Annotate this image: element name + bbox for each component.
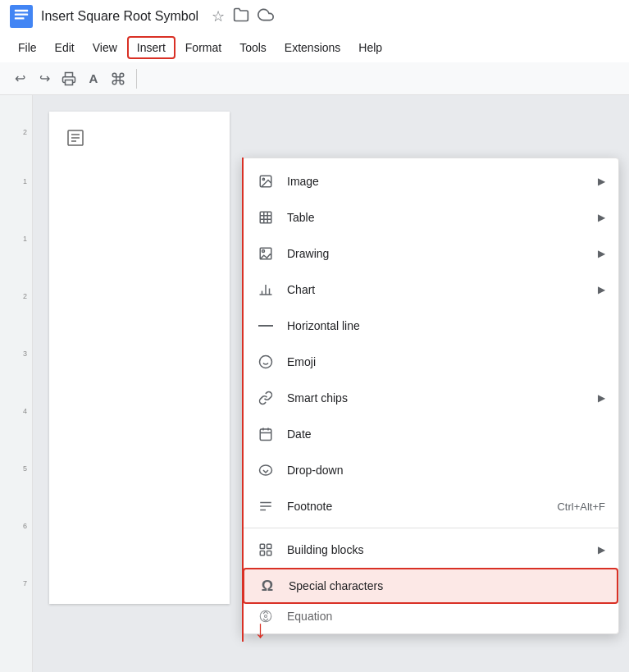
cloud-icon: [258, 7, 274, 26]
chart-icon: [256, 280, 276, 299]
folder-icon[interactable]: [233, 7, 249, 26]
toolbar: ↩ ↪ A: [0, 62, 629, 95]
smart-chips-label: Smart chips: [287, 391, 591, 405]
chart-arrow: ▶: [598, 284, 605, 295]
ruler-mark-1b: 1: [23, 235, 27, 243]
app-logo: [10, 5, 33, 28]
special-characters-label: Special characters: [289, 579, 604, 592]
image-arrow: ▶: [598, 176, 605, 187]
building-blocks-arrow: ▶: [598, 544, 605, 555]
undo-button[interactable]: ↩: [10, 69, 30, 89]
svg-rect-36: [260, 551, 264, 555]
building-blocks-icon: [256, 540, 276, 560]
dropdown-menu: Image ▶ Table ▶: [242, 158, 619, 634]
footnote-label: Footnote: [287, 500, 557, 513]
menu-insert[interactable]: Insert: [127, 36, 175, 59]
footnote-icon: [256, 496, 276, 516]
horizontal-line-label: Horizontal line: [287, 319, 605, 332]
toc-icon: [66, 128, 85, 152]
menu-view[interactable]: View: [84, 38, 125, 57]
menu-file[interactable]: File: [10, 38, 45, 57]
doc-title: Insert Square Root Symbol: [41, 9, 198, 24]
svg-rect-4: [66, 80, 73, 85]
ruler-mark-2a: 2: [23, 128, 27, 136]
chart-label: Chart: [287, 283, 591, 296]
table-label: Table: [287, 211, 591, 224]
svg-point-30: [260, 465, 272, 475]
footnote-shortcut: Ctrl+Alt+F: [557, 501, 605, 513]
svg-rect-34: [260, 544, 264, 548]
equation-label: Equation: [287, 610, 605, 623]
menu-format[interactable]: Format: [177, 38, 230, 57]
drop-down-label: Drop-down: [287, 464, 605, 477]
menu-divider: [243, 528, 618, 528]
menu-option-special-characters[interactable]: Ω Special characters: [243, 568, 618, 604]
svg-point-17: [262, 250, 265, 253]
ruler-mark-2b: 2: [23, 292, 27, 300]
svg-rect-11: [260, 212, 271, 223]
menu-option-emoji[interactable]: Emoji: [243, 344, 618, 380]
svg-rect-2: [15, 14, 28, 16]
menu-tools[interactable]: Tools: [231, 38, 275, 57]
svg-rect-0: [10, 5, 33, 28]
table-icon: [256, 208, 276, 227]
date-label: Date: [287, 427, 605, 441]
image-label: Image: [287, 175, 591, 188]
menu-option-smart-chips[interactable]: Smart chips ▶: [243, 380, 618, 416]
svg-rect-35: [267, 544, 271, 548]
svg-rect-3: [15, 17, 25, 19]
ruler-mark-5: 5: [23, 464, 27, 473]
doc-page: [49, 112, 230, 604]
ruler-mark-7: 7: [23, 579, 27, 587]
drawing-arrow: ▶: [598, 248, 605, 259]
menu-option-date[interactable]: Date: [243, 416, 618, 452]
red-arrow: ↓: [254, 617, 267, 642]
svg-rect-1: [15, 10, 28, 11]
drawing-icon: [256, 244, 276, 263]
menu-option-horizontal-line[interactable]: Horizontal line: [243, 308, 618, 344]
menu-option-drop-down[interactable]: Drop-down: [243, 452, 618, 488]
menu-option-footnote[interactable]: Footnote Ctrl+Alt+F: [243, 488, 618, 524]
menu-option-building-blocks[interactable]: Building blocks ▶: [243, 532, 618, 568]
menu-option-equation[interactable]: Equation: [243, 604, 618, 629]
table-arrow: ▶: [598, 212, 605, 223]
image-icon: [256, 171, 276, 191]
menu-option-table[interactable]: Table ▶: [243, 199, 618, 235]
main-area: 2 1 1 2 3 4 5 6 7: [0, 95, 629, 672]
menu-option-drawing[interactable]: Drawing ▶: [243, 235, 618, 272]
title-bar: Insert Square Root Symbol ☆: [0, 0, 629, 33]
menu-option-image[interactable]: Image ▶: [243, 163, 618, 199]
svg-point-23: [260, 356, 272, 368]
building-blocks-label: Building blocks: [287, 543, 591, 556]
title-icons: ☆: [212, 7, 274, 26]
svg-rect-37: [267, 551, 271, 555]
menu-bar: File Edit View Insert Format Tools Exten…: [0, 33, 629, 62]
menu-help[interactable]: Help: [350, 38, 390, 57]
special-characters-icon: Ω: [258, 576, 277, 596]
ruler-mark-3: 3: [23, 350, 27, 358]
paint-format-button[interactable]: [108, 69, 128, 89]
ruler-mark-6: 6: [23, 522, 27, 530]
spelling-button[interactable]: A: [84, 69, 103, 89]
print-button[interactable]: [59, 69, 79, 89]
ruler: 2 1 1 2 3 4 5 6 7: [0, 95, 33, 672]
red-vertical-line: [242, 158, 244, 642]
ruler-mark-4: 4: [23, 407, 27, 415]
redo-button[interactable]: ↪: [34, 69, 54, 89]
menu-edit[interactable]: Edit: [47, 38, 83, 57]
smart-chips-icon: [256, 388, 276, 408]
toolbar-divider: [136, 69, 137, 89]
svg-point-10: [262, 178, 264, 180]
date-icon: [256, 424, 276, 444]
emoji-icon: [256, 352, 276, 372]
drawing-label: Drawing: [287, 247, 591, 260]
ruler-mark-1: 1: [23, 177, 27, 185]
smart-chips-arrow: ▶: [598, 392, 605, 404]
menu-extensions[interactable]: Extensions: [276, 38, 349, 57]
menu-option-chart[interactable]: Chart ▶: [243, 272, 618, 308]
horizontal-line-icon: [256, 316, 276, 336]
star-icon[interactable]: ☆: [212, 7, 225, 25]
drop-down-icon: [256, 460, 276, 480]
svg-rect-26: [260, 429, 271, 441]
emoji-label: Emoji: [287, 355, 605, 368]
